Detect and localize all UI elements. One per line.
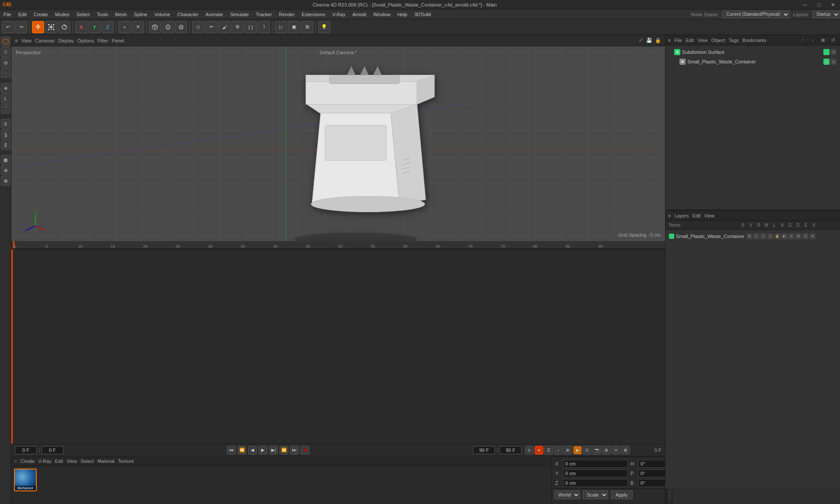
om-menu-file[interactable]: File <box>674 38 682 43</box>
ls-grid[interactable]: ⊠ <box>1 176 10 186</box>
viewport-menu-panel[interactable]: Panel <box>112 38 124 43</box>
obj-vis-icon[interactable]: ✓ <box>823 49 830 55</box>
menu-tools[interactable]: Tools <box>93 10 112 19</box>
coord-scale-select[interactable]: Scale <box>583 490 608 499</box>
om-menu-view[interactable]: View <box>697 38 708 43</box>
menu-file[interactable]: File <box>0 10 15 19</box>
menu-mesh[interactable]: Mesh <box>112 10 130 19</box>
ls-tool-2[interactable]: L <box>1 94 10 103</box>
playback-goto-end[interactable]: ⏭ <box>290 446 299 455</box>
coord-x-input[interactable] <box>563 460 628 468</box>
playback-next-frame[interactable]: ▶| <box>269 446 278 455</box>
ls-snap[interactable]: S <box>1 119 10 129</box>
viewport[interactable]: Perspective Default Camera:* <box>11 46 665 241</box>
menu-help[interactable]: Help <box>394 10 411 19</box>
current-frame-input[interactable] <box>15 446 37 454</box>
coord-world-select[interactable]: World <box>554 490 580 499</box>
coord-z-input[interactable] <box>563 479 628 487</box>
end-frame-input[interactable] <box>473 446 495 454</box>
ls-mode-object[interactable] <box>1 37 10 46</box>
om-icon-3[interactable]: ⊠ <box>819 36 827 44</box>
menu-3dtoall[interactable]: 3DToAll <box>411 10 434 19</box>
layer-icon-solo[interactable]: ▶ <box>781 233 788 239</box>
material-menu-edit[interactable]: Edit <box>55 458 63 464</box>
menu-create[interactable]: Create <box>30 10 52 19</box>
transport-mode-4[interactable]: ⊞ <box>564 446 572 455</box>
menu-character[interactable]: Character <box>174 10 202 19</box>
ls-texture[interactable]: ▦ <box>1 155 10 164</box>
toolbar-render-all[interactable]: ⊞ <box>301 21 313 33</box>
playback-play[interactable]: ▶ <box>259 446 267 455</box>
menu-modes[interactable]: Modes <box>52 10 73 19</box>
toolbar-axis-y[interactable]: Y <box>88 21 101 33</box>
ls-wireframe[interactable]: ⊞ <box>1 165 10 175</box>
transport-mode-2[interactable]: ☰ <box>544 446 553 455</box>
menu-select[interactable]: Select <box>73 10 94 19</box>
menu-tracker[interactable]: Tracker <box>252 10 276 19</box>
menu-vray[interactable]: V-Ray <box>329 10 349 19</box>
viewport-icon-lock[interactable]: 🔒 <box>654 37 662 44</box>
ls-snap3[interactable]: Ş <box>1 140 10 150</box>
menu-extensions[interactable]: Extensions <box>298 10 329 19</box>
toolbar-cylinder[interactable] <box>175 21 187 33</box>
material-menu-vray[interactable]: V-Ray <box>38 458 51 464</box>
playback-prev-frame[interactable]: ◀ <box>248 446 257 455</box>
obj-tag-icon[interactable]: ⊙ <box>830 49 836 55</box>
ls-mode-edge[interactable]: ⊟ <box>1 58 10 67</box>
playback-record[interactable]: ⏺ <box>301 446 309 455</box>
material-biohazard[interactable]: Biohazard <box>14 469 37 491</box>
menu-render[interactable]: Render <box>276 10 298 19</box>
transport-mode-10[interactable]: ⊠ <box>621 446 630 455</box>
layers-menu-icon[interactable]: ≡ <box>668 213 671 218</box>
layers-menu-layers[interactable]: Layers <box>674 213 689 218</box>
layers-menu-view[interactable]: View <box>704 213 714 218</box>
transport-mode-8[interactable]: ⊞ <box>602 446 611 455</box>
object-row-subdivision[interactable]: ⊞ Subdivision Surface ✓ ⊙ <box>665 47 840 57</box>
start-frame-input[interactable] <box>42 446 63 454</box>
viewport-menu-cameras[interactable]: Cameras <box>35 38 55 43</box>
om-menu-bookmarks[interactable]: Bookmarks <box>742 38 766 43</box>
toolbar-rotate[interactable] <box>58 21 70 33</box>
om-icon-1[interactable]: ↑ <box>798 36 807 44</box>
timeline-track[interactable] <box>11 249 665 444</box>
toolbar-settings[interactable]: ⚙ <box>231 21 244 33</box>
toolbar-axis-z[interactable]: Z <box>102 21 114 33</box>
toolbar-axis-x[interactable]: X <box>75 21 88 33</box>
layer-icon-exprs[interactable]: ⊡ <box>802 233 808 239</box>
ls-snap2[interactable]: S̲ <box>1 130 10 139</box>
toolbar-undo[interactable]: ↩ <box>2 21 14 33</box>
transport-mode-7[interactable]: 📷 <box>592 446 601 455</box>
toolbar-create[interactable]: + <box>119 21 131 33</box>
playback-prev-key[interactable]: ⏪ <box>238 446 246 455</box>
material-menu-view[interactable]: View <box>66 458 77 464</box>
transport-mode-9[interactable]: ≡ <box>612 446 620 455</box>
coord-y-input[interactable] <box>563 469 628 477</box>
close-button[interactable]: ✕ <box>826 0 840 10</box>
transport-mode-3[interactable]: ↕ <box>554 446 563 455</box>
menu-window[interactable]: Window <box>370 10 394 19</box>
obj-vis-icon-1[interactable]: ■ <box>823 59 830 65</box>
playback-next-key[interactable]: ⏩ <box>280 446 288 455</box>
toolbar-sphere[interactable] <box>162 21 174 33</box>
menu-volume[interactable]: Volume <box>151 10 174 19</box>
transport-mode-6[interactable]: ⊡ <box>583 446 592 455</box>
toolbar-delete[interactable]: ✕ <box>132 21 144 33</box>
menu-simulate[interactable]: Simulate <box>227 10 252 19</box>
playback-goto-start[interactable]: ⏮ <box>227 446 236 455</box>
toolbar-polygon[interactable]: ◇ <box>192 21 204 33</box>
material-menu-texture[interactable]: Texture <box>118 458 134 464</box>
toolbar-light[interactable]: 💡 <box>318 21 330 33</box>
layer-icon-eye[interactable]: 👁 <box>746 233 752 239</box>
toolbar-redo[interactable]: ↪ <box>15 21 27 33</box>
nodespace-select[interactable]: Current (Standard/Physical) <box>722 10 790 18</box>
toolbar-cube[interactable] <box>149 21 161 33</box>
viewport-menu-display[interactable]: Display <box>58 38 74 43</box>
ls-tool-1[interactable]: ⊕ <box>1 83 10 93</box>
layer-icon-gen[interactable]: ★ <box>809 233 816 239</box>
ls-mode-point[interactable]: · <box>1 68 10 78</box>
toolbar-move[interactable] <box>32 21 44 33</box>
layer-icon-manager[interactable]: ≡ <box>767 233 774 239</box>
material-menu-create[interactable]: Create <box>20 458 35 464</box>
ls-mode-polygon[interactable]: ▽ <box>1 47 10 57</box>
material-menu-select[interactable]: Select <box>80 458 94 464</box>
